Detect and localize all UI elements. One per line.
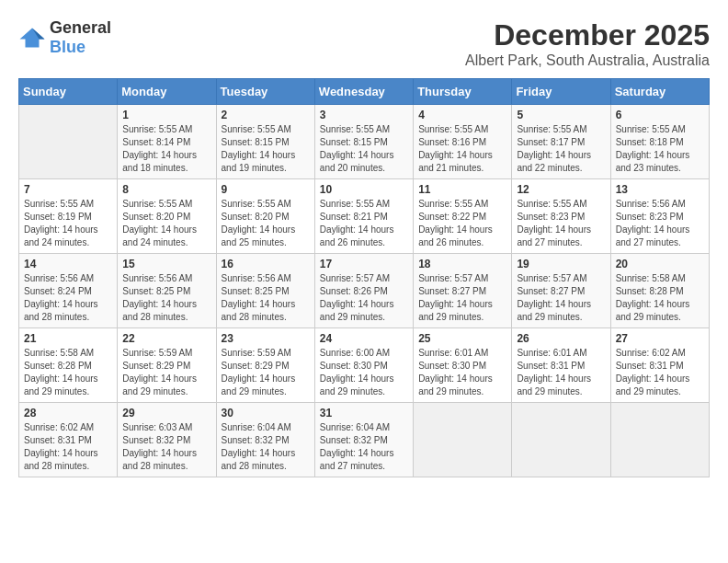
calendar-cell: 28Sunrise: 6:02 AM Sunset: 8:31 PM Dayli…	[19, 403, 118, 477]
day-number: 10	[320, 183, 408, 196]
day-info: Sunrise: 5:58 AM Sunset: 8:28 PM Dayligh…	[616, 272, 704, 324]
calendar-cell: 14Sunrise: 5:56 AM Sunset: 8:24 PM Dayli…	[19, 254, 118, 328]
day-info: Sunrise: 5:57 AM Sunset: 8:26 PM Dayligh…	[320, 272, 408, 324]
day-number: 6	[616, 109, 704, 121]
calendar-cell: 11Sunrise: 5:55 AM Sunset: 8:22 PM Dayli…	[414, 179, 512, 254]
calendar-cell: 24Sunrise: 6:00 AM Sunset: 8:30 PM Dayli…	[314, 328, 413, 403]
day-number: 28	[24, 407, 112, 419]
day-info: Sunrise: 5:55 AM Sunset: 8:23 PM Dayligh…	[517, 198, 605, 249]
calendar-cell: 2Sunrise: 5:55 AM Sunset: 8:15 PM Daylig…	[216, 105, 314, 179]
day-number: 25	[418, 332, 506, 345]
day-info: Sunrise: 6:01 AM Sunset: 8:31 PM Dayligh…	[517, 347, 605, 398]
day-info: Sunrise: 5:55 AM Sunset: 8:15 PM Dayligh…	[222, 123, 310, 175]
logo-general: General	[50, 18, 111, 37]
calendar-cell	[19, 105, 118, 179]
day-info: Sunrise: 5:57 AM Sunset: 8:27 PM Dayligh…	[418, 272, 506, 324]
day-info: Sunrise: 5:55 AM Sunset: 8:14 PM Dayligh…	[122, 123, 210, 175]
weekday-header: Thursday	[414, 79, 512, 105]
calendar-cell: 10Sunrise: 5:55 AM Sunset: 8:21 PM Dayli…	[314, 179, 413, 254]
day-info: Sunrise: 5:59 AM Sunset: 8:29 PM Dayligh…	[122, 347, 210, 398]
day-number: 8	[122, 183, 210, 196]
day-info: Sunrise: 5:55 AM Sunset: 8:20 PM Dayligh…	[222, 198, 310, 249]
day-number: 5	[517, 109, 605, 121]
day-number: 4	[418, 109, 506, 121]
calendar-cell: 26Sunrise: 6:01 AM Sunset: 8:31 PM Dayli…	[512, 328, 610, 403]
logo-icon	[18, 27, 46, 49]
calendar-cell: 4Sunrise: 5:55 AM Sunset: 8:16 PM Daylig…	[414, 105, 512, 179]
calendar-cell: 21Sunrise: 5:58 AM Sunset: 8:28 PM Dayli…	[19, 328, 118, 403]
calendar-cell: 29Sunrise: 6:03 AM Sunset: 8:32 PM Dayli…	[118, 403, 216, 477]
calendar-cell: 19Sunrise: 5:57 AM Sunset: 8:27 PM Dayli…	[512, 254, 610, 328]
day-number: 18	[418, 258, 506, 270]
calendar-cell: 7Sunrise: 5:55 AM Sunset: 8:19 PM Daylig…	[19, 179, 118, 254]
day-number: 11	[418, 183, 506, 196]
calendar-cell: 6Sunrise: 5:55 AM Sunset: 8:18 PM Daylig…	[610, 105, 709, 179]
day-number: 27	[616, 332, 704, 345]
day-info: Sunrise: 6:02 AM Sunset: 8:31 PM Dayligh…	[616, 347, 704, 398]
calendar-cell: 25Sunrise: 6:01 AM Sunset: 8:30 PM Dayli…	[414, 328, 512, 403]
day-info: Sunrise: 5:55 AM Sunset: 8:16 PM Dayligh…	[418, 123, 506, 175]
day-info: Sunrise: 6:04 AM Sunset: 8:32 PM Dayligh…	[222, 421, 310, 473]
day-info: Sunrise: 5:56 AM Sunset: 8:25 PM Dayligh…	[122, 272, 210, 324]
day-number: 9	[222, 183, 310, 196]
day-number: 19	[517, 258, 605, 270]
calendar-cell: 22Sunrise: 5:59 AM Sunset: 8:29 PM Dayli…	[118, 328, 216, 403]
day-info: Sunrise: 5:55 AM Sunset: 8:18 PM Dayligh…	[616, 123, 704, 175]
calendar-cell: 17Sunrise: 5:57 AM Sunset: 8:26 PM Dayli…	[314, 254, 413, 328]
day-number: 2	[222, 109, 310, 121]
day-info: Sunrise: 6:04 AM Sunset: 8:32 PM Dayligh…	[320, 421, 408, 473]
day-number: 16	[222, 258, 310, 270]
calendar-week-row: 7Sunrise: 5:55 AM Sunset: 8:19 PM Daylig…	[19, 179, 710, 254]
day-number: 22	[122, 332, 210, 345]
title-area: December 2025 Albert Park, South Austral…	[465, 18, 710, 69]
calendar-table: SundayMondayTuesdayWednesdayThursdayFrid…	[18, 78, 710, 477]
calendar-cell: 1Sunrise: 5:55 AM Sunset: 8:14 PM Daylig…	[118, 105, 216, 179]
weekday-header: Sunday	[19, 79, 118, 105]
calendar-header-row: SundayMondayTuesdayWednesdayThursdayFrid…	[19, 79, 710, 105]
calendar-cell: 9Sunrise: 5:55 AM Sunset: 8:20 PM Daylig…	[216, 179, 314, 254]
day-number: 26	[517, 332, 605, 345]
day-info: Sunrise: 5:55 AM Sunset: 8:20 PM Dayligh…	[122, 198, 210, 249]
day-info: Sunrise: 5:59 AM Sunset: 8:29 PM Dayligh…	[222, 347, 310, 398]
calendar-week-row: 28Sunrise: 6:02 AM Sunset: 8:31 PM Dayli…	[19, 403, 710, 477]
calendar-cell: 3Sunrise: 5:55 AM Sunset: 8:15 PM Daylig…	[314, 105, 413, 179]
day-info: Sunrise: 5:55 AM Sunset: 8:21 PM Dayligh…	[320, 198, 408, 249]
day-number: 1	[122, 109, 210, 121]
day-number: 31	[320, 407, 408, 419]
day-info: Sunrise: 5:56 AM Sunset: 8:24 PM Dayligh…	[24, 272, 112, 324]
calendar-cell: 15Sunrise: 5:56 AM Sunset: 8:25 PM Dayli…	[118, 254, 216, 328]
day-number: 29	[122, 407, 210, 419]
day-info: Sunrise: 6:03 AM Sunset: 8:32 PM Dayligh…	[122, 421, 210, 473]
location-title: Albert Park, South Australia, Australia	[465, 52, 710, 69]
calendar-cell: 5Sunrise: 5:55 AM Sunset: 8:17 PM Daylig…	[512, 105, 610, 179]
weekday-header: Monday	[118, 79, 216, 105]
day-info: Sunrise: 5:55 AM Sunset: 8:19 PM Dayligh…	[24, 198, 112, 249]
weekday-header: Wednesday	[314, 79, 413, 105]
day-number: 3	[320, 109, 408, 121]
day-number: 23	[222, 332, 310, 345]
calendar-cell: 30Sunrise: 6:04 AM Sunset: 8:32 PM Dayli…	[216, 403, 314, 477]
day-number: 21	[24, 332, 112, 345]
logo-text: General Blue	[50, 18, 111, 57]
calendar-week-row: 14Sunrise: 5:56 AM Sunset: 8:24 PM Dayli…	[19, 254, 710, 328]
month-title: December 2025	[465, 18, 710, 52]
day-info: Sunrise: 5:55 AM Sunset: 8:17 PM Dayligh…	[517, 123, 605, 175]
day-info: Sunrise: 5:55 AM Sunset: 8:15 PM Dayligh…	[320, 123, 408, 175]
calendar-cell: 13Sunrise: 5:56 AM Sunset: 8:23 PM Dayli…	[610, 179, 709, 254]
weekday-header: Friday	[512, 79, 610, 105]
header: General Blue December 2025 Albert Park, …	[18, 18, 710, 69]
day-number: 20	[616, 258, 704, 270]
logo: General Blue	[18, 18, 111, 57]
day-number: 24	[320, 332, 408, 345]
day-number: 13	[616, 183, 704, 196]
day-info: Sunrise: 5:56 AM Sunset: 8:23 PM Dayligh…	[616, 198, 704, 249]
day-info: Sunrise: 6:01 AM Sunset: 8:30 PM Dayligh…	[418, 347, 506, 398]
day-info: Sunrise: 6:00 AM Sunset: 8:30 PM Dayligh…	[320, 347, 408, 398]
day-number: 30	[222, 407, 310, 419]
calendar-cell: 23Sunrise: 5:59 AM Sunset: 8:29 PM Dayli…	[216, 328, 314, 403]
day-number: 12	[517, 183, 605, 196]
calendar-cell	[414, 403, 512, 477]
day-number: 14	[24, 258, 112, 270]
calendar-cell: 18Sunrise: 5:57 AM Sunset: 8:27 PM Dayli…	[414, 254, 512, 328]
day-number: 15	[122, 258, 210, 270]
